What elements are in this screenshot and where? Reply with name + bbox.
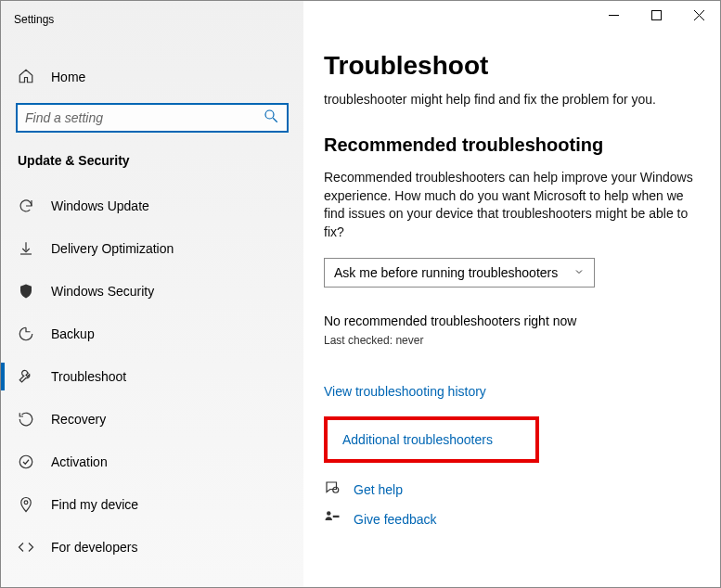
sync-icon — [18, 198, 34, 214]
wrench-icon — [18, 368, 34, 385]
sidebar-item-windows-update[interactable]: Windows Update — [1, 185, 303, 227]
sidebar-item-label: Windows Security — [51, 284, 154, 299]
search-input[interactable] — [25, 110, 263, 125]
sidebar-item-find-my-device[interactable]: Find my device — [1, 483, 303, 526]
sidebar-item-label: Backup — [51, 326, 95, 341]
search-wrap — [1, 96, 303, 133]
main-panel: Troubleshoot troubleshooter might help f… — [303, 1, 720, 587]
get-help-link[interactable]: Get help — [354, 482, 403, 497]
chat-icon — [324, 479, 341, 500]
svg-rect-5 — [651, 10, 661, 19]
home-icon — [18, 68, 34, 87]
sidebar-item-label: Activation — [51, 454, 108, 469]
check-circle-icon — [18, 454, 34, 470]
svg-point-3 — [24, 501, 28, 505]
recommended-desc: Recommended troubleshooters can help imp… — [324, 169, 700, 241]
sidebar-item-label: Recovery — [51, 412, 106, 427]
dropdown-value: Ask me before running troubleshooters — [334, 265, 558, 280]
svg-line-1 — [273, 118, 277, 122]
section-heading: Update & Security — [1, 133, 303, 177]
sidebar-item-for-developers[interactable]: For developers — [1, 526, 303, 569]
feedback-row: Give feedback — [324, 509, 700, 530]
nav-list: Windows Update Delivery Optimization Win… — [1, 185, 303, 569]
sidebar-item-label: For developers — [51, 540, 137, 555]
svg-point-8 — [333, 488, 339, 493]
recovery-icon — [18, 411, 34, 428]
sidebar-item-activation[interactable]: Activation — [1, 441, 303, 483]
sidebar-item-backup[interactable]: Backup — [1, 313, 303, 355]
maximize-button[interactable] — [635, 1, 677, 29]
close-button[interactable] — [677, 1, 720, 29]
svg-point-0 — [265, 110, 274, 119]
home-label: Home — [51, 70, 85, 84]
backup-icon — [18, 326, 34, 342]
window-title: Settings — [1, 1, 303, 38]
svg-point-9 — [327, 512, 331, 517]
chevron-down-icon — [573, 265, 585, 280]
recommended-heading: Recommended troubleshooting — [324, 134, 700, 156]
download-icon — [18, 240, 34, 257]
additional-highlight: Additional troubleshooters — [324, 416, 539, 463]
location-icon — [18, 496, 34, 513]
svg-point-2 — [19, 455, 32, 468]
give-feedback-link[interactable]: Give feedback — [354, 512, 437, 527]
svg-rect-10 — [333, 516, 340, 518]
sidebar-item-troubleshoot[interactable]: Troubleshoot — [1, 355, 303, 398]
home-button[interactable]: Home — [1, 58, 303, 96]
view-history-link[interactable]: View troubleshooting history — [324, 384, 486, 399]
page-title: Troubleshoot — [324, 51, 700, 81]
sidebar-item-label: Windows Update — [51, 198, 149, 213]
intro-text: troubleshooter might help find and fix t… — [324, 92, 700, 107]
sidebar-item-label: Find my device — [51, 497, 138, 512]
sidebar-item-recovery[interactable]: Recovery — [1, 398, 303, 441]
additional-troubleshooters-link[interactable]: Additional troubleshooters — [342, 432, 493, 447]
status-text: No recommended troubleshooters right now — [324, 313, 700, 328]
content: Troubleshoot troubleshooter might help f… — [303, 38, 720, 530]
shield-icon — [18, 283, 34, 300]
code-icon — [18, 539, 34, 556]
sidebar-item-delivery-optimization[interactable]: Delivery Optimization — [1, 227, 303, 270]
sidebar-item-label: Delivery Optimization — [51, 241, 174, 256]
window-controls — [303, 1, 720, 38]
sidebar: Settings Home Update & Security Windows … — [1, 1, 303, 587]
minimize-button[interactable] — [592, 1, 635, 29]
troubleshooter-dropdown[interactable]: Ask me before running troubleshooters — [324, 258, 595, 288]
last-checked: Last checked: never — [324, 334, 700, 347]
search-box[interactable] — [16, 103, 289, 133]
get-help-row: Get help — [324, 479, 700, 500]
sidebar-item-windows-security[interactable]: Windows Security — [1, 270, 303, 313]
sidebar-item-label: Troubleshoot — [51, 369, 126, 384]
search-icon — [263, 108, 279, 128]
feedback-icon — [324, 509, 341, 530]
